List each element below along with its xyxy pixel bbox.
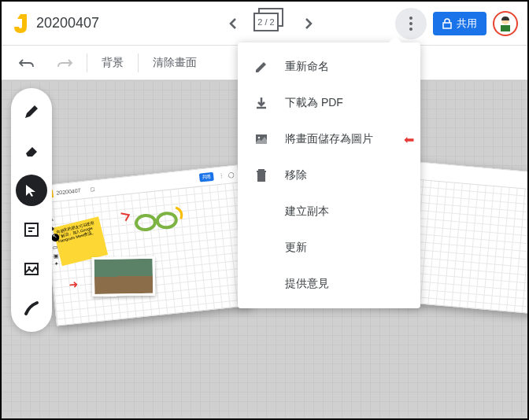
menu-save-image[interactable]: 將畫面儲存為圖片 ⬅: [238, 121, 420, 157]
select-tool[interactable]: [16, 175, 47, 206]
drawing-toolbar: [11, 88, 52, 332]
highlight-arrow-icon: ⬅: [404, 132, 414, 147]
sticky-note-tool[interactable]: [16, 214, 47, 245]
svg-point-10: [258, 137, 260, 138]
photo-thumbnail: [92, 256, 156, 297]
menu-label: 重新命名: [285, 60, 329, 74]
more-options-menu: 重新命名 下載為 PDF 將畫面儲存為圖片 ⬅ 移除 建立副本 更新 提供意見: [238, 42, 420, 308]
svg-rect-1: [501, 25, 510, 31]
share-label: 共用: [457, 17, 477, 31]
share-button[interactable]: 共用: [433, 12, 486, 35]
menu-refresh[interactable]: 更新: [238, 230, 420, 266]
menu-label: 建立副本: [285, 204, 329, 219]
kebab-icon: [409, 17, 412, 31]
menu-download-pdf[interactable]: 下載為 PDF: [238, 85, 420, 121]
eraser-tool[interactable]: [16, 135, 47, 167]
divider: [87, 53, 87, 72]
undo-button[interactable]: [11, 53, 43, 73]
svg-rect-4: [25, 223, 38, 236]
user-avatar[interactable]: [493, 11, 518, 36]
svg-point-3: [157, 212, 177, 228]
more-options-button[interactable]: [395, 8, 427, 39]
download-icon: [253, 96, 269, 110]
menu-feedback[interactable]: 提供意見: [238, 266, 420, 302]
menu-label: 移除: [285, 168, 307, 182]
pencil-icon: [253, 60, 269, 74]
image-icon: [253, 132, 269, 146]
svg-point-2: [135, 215, 156, 230]
doodle-icon: [117, 202, 191, 241]
background-button[interactable]: 背景: [94, 51, 131, 75]
jamboard-logo-icon: [11, 13, 30, 35]
redo-button[interactable]: [49, 53, 80, 73]
menu-duplicate[interactable]: 建立副本: [238, 193, 420, 230]
pen-tool[interactable]: [16, 96, 47, 127]
divider: [138, 53, 139, 72]
frame-indicator[interactable]: 2 / 2: [255, 11, 287, 36]
prev-frame-button[interactable]: [217, 8, 249, 39]
laser-tool[interactable]: [16, 293, 47, 324]
menu-label: 更新: [285, 241, 307, 255]
document-title[interactable]: 20200407: [36, 15, 146, 31]
lock-icon: [442, 18, 452, 29]
image-tool[interactable]: [16, 253, 47, 285]
menu-label: 下載為 PDF: [285, 96, 343, 110]
menu-rename[interactable]: 重新命名: [238, 49, 420, 85]
menu-label: 將畫面儲存為圖片: [285, 132, 373, 146]
menu-remove[interactable]: 移除: [238, 157, 420, 193]
frame-thumbnail[interactable]: 20200407 ◻ 共用 ⋮ ◯ 向朋友的朋友可以使用「解說」加入Google…: [42, 164, 252, 326]
next-frame-button[interactable]: [293, 8, 324, 39]
trash-icon: [253, 168, 269, 182]
clear-button[interactable]: 清除畫面: [145, 51, 205, 75]
arrow-icon: ➜: [68, 277, 80, 290]
menu-label: 提供意見: [285, 277, 329, 291]
app-header: 20200407 2 / 2 共用: [2, 2, 527, 46]
